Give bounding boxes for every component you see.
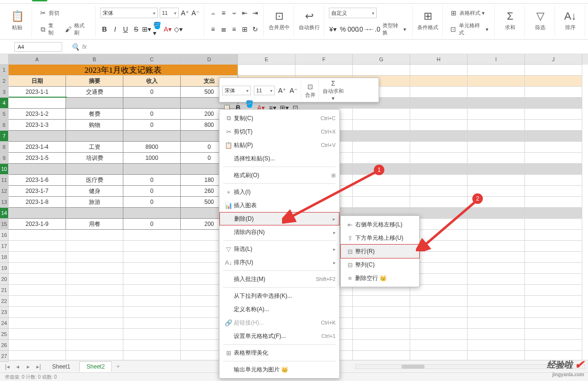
cell[interactable] [295, 65, 353, 76]
cell[interactable] [410, 307, 468, 318]
row-header[interactable]: 16 [0, 230, 9, 241]
clear-format-icon[interactable]: ◇▾ [174, 25, 183, 34]
cell[interactable] [9, 296, 66, 307]
cell[interactable] [123, 241, 181, 252]
cell[interactable] [410, 340, 468, 351]
merge-center-button[interactable]: ⊡合并居中 [269, 6, 290, 34]
cell[interactable] [9, 131, 66, 142]
cell[interactable]: 0 [123, 219, 181, 230]
cell[interactable] [468, 252, 525, 263]
cell[interactable] [9, 351, 66, 360]
col-header-J[interactable]: J [525, 54, 582, 65]
row-header[interactable]: 27 [0, 351, 9, 362]
cell[interactable]: 2023-1-9 [9, 219, 66, 230]
row-header[interactable]: 12 [0, 186, 9, 197]
cell[interactable] [525, 340, 582, 351]
row-header[interactable]: 21 [0, 285, 9, 296]
sheet-nav-prev[interactable]: ◂ [13, 362, 22, 371]
context-menu-item[interactable]: ⧉复制(C)Ctrl+C [219, 112, 339, 125]
submenu-item[interactable]: ⊟整行(R) [341, 245, 419, 258]
context-menu-item[interactable]: 清除内容(N)▸ [219, 225, 339, 239]
cell[interactable]: 0 [123, 120, 181, 131]
cell[interactable]: 用餐 [66, 219, 123, 230]
cell[interactable] [468, 142, 525, 153]
distribute-icon[interactable]: ⊞ [240, 25, 249, 34]
cell[interactable] [123, 318, 181, 329]
cell[interactable] [123, 307, 181, 318]
name-box[interactable]: A4 [14, 42, 62, 52]
col-header-A[interactable]: A [9, 54, 66, 65]
cell[interactable] [123, 252, 181, 263]
cell[interactable] [9, 208, 66, 219]
cell[interactable] [525, 208, 582, 219]
filter-button[interactable]: ▽筛选 [530, 6, 551, 34]
type-convert-button[interactable]: 类型转换▾ [381, 21, 408, 37]
row-header[interactable]: 25 [0, 329, 9, 340]
cell-style-button[interactable]: ⊡单元格样式▾ [447, 21, 490, 37]
dec-decimal-icon[interactable]: ←.0 [370, 25, 379, 34]
mini-font-select[interactable]: 宋体 [222, 86, 251, 95]
cell[interactable] [525, 65, 582, 76]
row-header[interactable]: 6 [0, 120, 9, 131]
cell[interactable] [468, 153, 525, 164]
context-menu-item[interactable]: A↓排序(U)▸ [219, 256, 339, 269]
cell[interactable] [9, 98, 66, 109]
cell[interactable] [9, 164, 66, 175]
strikethrough-icon[interactable]: S [132, 25, 141, 34]
cell[interactable] [410, 76, 468, 87]
cell[interactable] [410, 120, 468, 131]
number-format-select[interactable]: 自定义 [329, 8, 377, 18]
cell[interactable] [353, 197, 410, 208]
row-header[interactable]: 24 [0, 318, 9, 329]
mini-autosum-button[interactable]: Σ自动求和▾ [318, 80, 344, 101]
sort-button[interactable]: A↓排序 [560, 6, 581, 34]
row-header[interactable]: 8 [0, 142, 9, 153]
cell[interactable] [9, 241, 66, 252]
cell[interactable] [9, 340, 66, 351]
cell[interactable]: 收入 [123, 76, 181, 87]
cell[interactable] [410, 186, 468, 197]
cell[interactable] [9, 329, 66, 340]
cell[interactable] [525, 164, 582, 175]
row-header[interactable]: 22 [0, 296, 9, 307]
cell[interactable]: 0 [123, 175, 181, 186]
cell[interactable] [66, 230, 123, 241]
bold-icon[interactable]: B [100, 25, 109, 34]
sum-button[interactable]: Σ求和 [500, 6, 521, 34]
col-header-H[interactable]: H [410, 54, 468, 65]
cell[interactable]: 2023-1-7 [9, 186, 66, 197]
cell[interactable] [9, 230, 66, 241]
cell[interactable] [66, 351, 123, 360]
conditional-format-button[interactable]: ⊞条件格式 [417, 6, 438, 34]
percent-icon[interactable]: % [339, 25, 347, 34]
cell[interactable] [525, 307, 582, 318]
cell[interactable] [66, 98, 123, 109]
cell[interactable] [525, 241, 582, 252]
col-header-G[interactable]: G [353, 54, 410, 65]
tab-formula[interactable]: 公式 [125, 0, 141, 1]
cell[interactable] [123, 131, 181, 142]
cell[interactable]: 2023-1-1 [9, 87, 66, 98]
cell[interactable] [410, 65, 468, 76]
cell[interactable] [525, 87, 582, 98]
cell[interactable] [66, 318, 123, 329]
cell[interactable] [468, 109, 525, 120]
row-header[interactable]: 11 [0, 175, 9, 186]
cell[interactable] [66, 274, 123, 285]
mini-inc-font-icon[interactable]: A⁺ [278, 86, 286, 95]
cell[interactable] [468, 230, 525, 241]
currency-icon[interactable]: ¥▾ [329, 25, 337, 34]
title-cell[interactable]: 2023年1月收支记账表 [9, 65, 238, 76]
cell[interactable] [9, 285, 66, 296]
cell[interactable] [410, 142, 468, 153]
cell[interactable]: 2023-1-4 [9, 142, 66, 153]
row-header[interactable]: 14 [0, 208, 9, 219]
sheet-nav-last[interactable]: ▸| [34, 362, 43, 371]
cell[interactable] [525, 329, 582, 340]
cell[interactable] [353, 307, 410, 318]
cell[interactable] [123, 274, 181, 285]
col-header-C[interactable]: C [123, 54, 181, 65]
cell[interactable] [525, 263, 582, 274]
context-menu-item[interactable]: ▽筛选(L)▸ [219, 242, 339, 256]
cell[interactable] [123, 230, 181, 241]
